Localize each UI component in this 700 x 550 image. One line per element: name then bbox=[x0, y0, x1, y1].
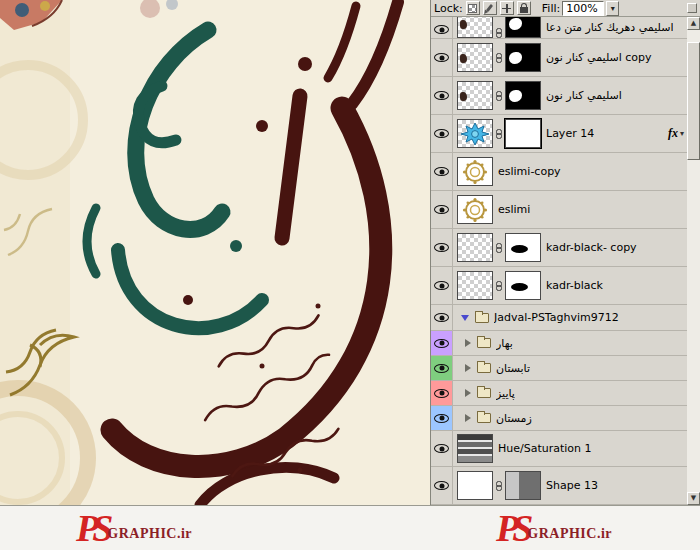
layer-group-row[interactable]: زمستان bbox=[431, 406, 687, 431]
visibility-toggle[interactable] bbox=[431, 77, 453, 114]
fill-dropdown-arrow[interactable]: ▾ bbox=[606, 1, 619, 16]
layer-group-row[interactable]: بهار bbox=[431, 331, 687, 356]
layer-mask-thumbnail[interactable] bbox=[505, 471, 541, 500]
layer-thumbnail[interactable] bbox=[457, 271, 493, 300]
group-name[interactable]: تابستان bbox=[496, 362, 530, 375]
layer-mask-thumbnail[interactable] bbox=[505, 17, 541, 38]
layer-mask-thumbnail[interactable] bbox=[505, 81, 541, 110]
lock-all-button[interactable] bbox=[517, 1, 531, 15]
layer-thumbnail[interactable] bbox=[457, 157, 493, 186]
link-icon bbox=[495, 281, 503, 291]
layers-panel: Lock: Fill: 100% ▾ اسليمي دهريك كنار متن… bbox=[430, 0, 700, 505]
layer-name[interactable]: Hue/Saturation 1 bbox=[498, 442, 592, 455]
expand-triangle-icon[interactable] bbox=[465, 339, 471, 347]
layer-group-row[interactable]: تابستان bbox=[431, 356, 687, 381]
layer-mask-thumbnail[interactable] bbox=[505, 271, 541, 300]
link-icon bbox=[495, 481, 503, 491]
fx-chevron-icon: ▾ bbox=[680, 129, 684, 138]
fill-value-input[interactable]: 100% bbox=[562, 1, 604, 16]
layer-row[interactable]: eslimi bbox=[431, 191, 687, 229]
lock-label: Lock: bbox=[434, 2, 463, 15]
layer-mask-thumbnail[interactable] bbox=[505, 119, 541, 148]
padlock-icon bbox=[520, 7, 528, 13]
expand-triangle-icon[interactable] bbox=[465, 364, 471, 372]
layer-row[interactable]: eslimi-copy bbox=[431, 153, 687, 191]
layer-mask-thumbnail[interactable] bbox=[505, 233, 541, 262]
visibility-toggle[interactable] bbox=[431, 39, 453, 76]
link-icon bbox=[495, 243, 503, 253]
layer-thumbnail[interactable] bbox=[457, 233, 493, 262]
scroll-down-button[interactable]: ▼ bbox=[687, 492, 700, 505]
adjustment-layer-row[interactable]: Hue/Saturation 1 bbox=[431, 431, 687, 467]
layer-row[interactable]: Shape 13 bbox=[431, 467, 687, 505]
layer-row[interactable]: اسليمي كنار نون copy bbox=[431, 39, 687, 77]
visibility-toggle[interactable] bbox=[431, 467, 453, 504]
star-shape-thumbnail bbox=[458, 120, 492, 148]
folder-icon bbox=[477, 413, 491, 423]
logo-site-text: GRAPHIC.ir bbox=[107, 526, 192, 542]
visibility-toggle[interactable] bbox=[431, 431, 453, 466]
expand-triangle-icon[interactable] bbox=[465, 414, 471, 422]
eye-icon bbox=[434, 205, 449, 214]
group-name[interactable]: Jadval-PSTaghvim9712 bbox=[494, 311, 619, 324]
link-icon bbox=[495, 53, 503, 63]
layers-scrollbar[interactable]: ▲ ▼ bbox=[687, 17, 700, 505]
visibility-toggle[interactable] bbox=[431, 356, 453, 380]
layer-row[interactable]: اسليمي كنار نون bbox=[431, 77, 687, 115]
layer-mask-thumbnail[interactable] bbox=[505, 43, 541, 72]
layer-name[interactable]: اسليمي كنار نون bbox=[546, 89, 622, 102]
watermark-bar: PS GRAPHIC.ir PS GRAPHIC.ir bbox=[0, 505, 700, 550]
layer-name[interactable]: kadr-black bbox=[546, 279, 603, 292]
layer-row[interactable]: Layer 14 fx ▾ bbox=[431, 115, 687, 153]
logo-ps-text: PS bbox=[496, 513, 526, 543]
visibility-toggle[interactable] bbox=[431, 381, 453, 405]
scrollbar-track[interactable] bbox=[687, 30, 700, 492]
eye-icon bbox=[434, 339, 449, 348]
link-icon bbox=[495, 129, 503, 139]
lock-transparency-button[interactable] bbox=[466, 1, 480, 15]
group-name[interactable]: پاییز bbox=[496, 387, 515, 400]
layer-name[interactable]: Layer 14 bbox=[546, 127, 594, 140]
lock-paint-button[interactable] bbox=[483, 1, 497, 15]
layer-effects-badge[interactable]: fx ▾ bbox=[668, 126, 684, 141]
group-name[interactable]: بهار bbox=[496, 337, 513, 350]
scrollbar-thumb[interactable] bbox=[687, 42, 700, 160]
visibility-toggle[interactable] bbox=[431, 191, 453, 228]
layer-row[interactable]: kadr-black bbox=[431, 267, 687, 305]
visibility-toggle[interactable] bbox=[431, 17, 453, 38]
eye-icon bbox=[434, 389, 449, 398]
visibility-toggle[interactable] bbox=[431, 153, 453, 190]
visibility-toggle[interactable] bbox=[431, 229, 453, 266]
eye-icon bbox=[434, 53, 449, 62]
visibility-toggle[interactable] bbox=[431, 115, 453, 152]
visibility-toggle[interactable] bbox=[431, 406, 453, 430]
expand-triangle-icon[interactable] bbox=[465, 389, 471, 397]
layer-name[interactable]: اسليمي كنار نون copy bbox=[546, 51, 652, 64]
layer-row[interactable]: اسليمي دهريك كنار متن دعا bbox=[431, 17, 687, 39]
collapse-triangle-icon[interactable] bbox=[461, 315, 469, 321]
layer-name[interactable]: eslimi-copy bbox=[498, 165, 561, 178]
layer-group-row[interactable]: پاییز bbox=[431, 381, 687, 406]
layer-thumbnail[interactable] bbox=[457, 17, 493, 38]
scroll-up-button[interactable]: ▲ bbox=[687, 17, 700, 30]
group-name[interactable]: زمستان bbox=[496, 412, 532, 425]
panel-menu-button[interactable] bbox=[687, 3, 697, 13]
layer-name[interactable]: eslimi bbox=[498, 203, 530, 216]
layer-name[interactable]: اسليمي دهريك كنار متن دعا bbox=[546, 21, 673, 34]
visibility-toggle[interactable] bbox=[431, 305, 453, 330]
layer-thumbnail[interactable] bbox=[457, 81, 493, 110]
layer-name[interactable]: Shape 13 bbox=[546, 479, 598, 492]
visibility-toggle[interactable] bbox=[431, 267, 453, 304]
document-canvas[interactable] bbox=[0, 0, 430, 505]
layer-thumbnail[interactable] bbox=[457, 43, 493, 72]
adjustment-thumbnail[interactable] bbox=[457, 434, 493, 463]
layer-thumbnail[interactable] bbox=[457, 195, 493, 224]
visibility-toggle[interactable] bbox=[431, 331, 453, 355]
layer-thumbnail[interactable] bbox=[457, 119, 493, 148]
layer-row[interactable]: kadr-black- copy bbox=[431, 229, 687, 267]
layer-name[interactable]: kadr-black- copy bbox=[546, 241, 637, 254]
layer-group-row[interactable]: Jadval-PSTaghvim9712 bbox=[431, 305, 687, 331]
eye-icon bbox=[434, 444, 449, 453]
layer-thumbnail[interactable] bbox=[457, 471, 493, 500]
lock-position-button[interactable] bbox=[500, 1, 514, 15]
